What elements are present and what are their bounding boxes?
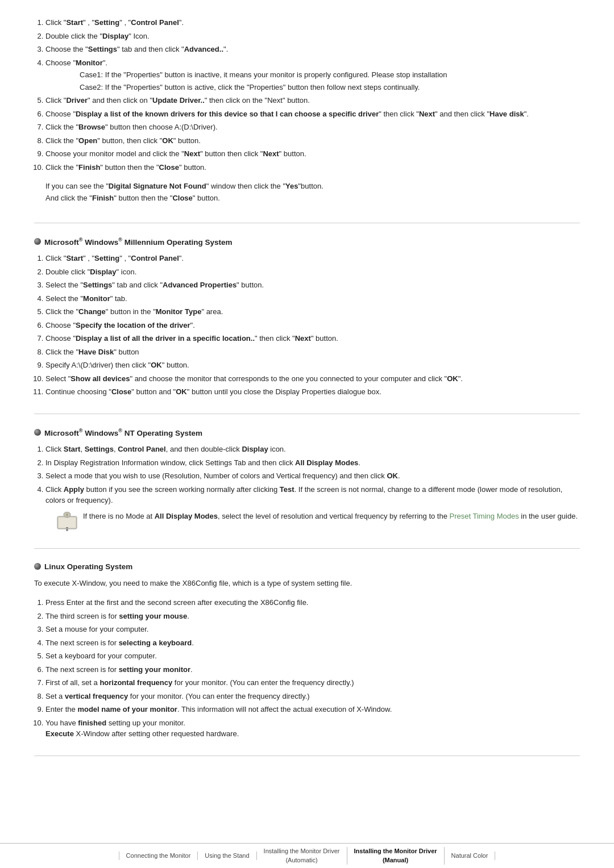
win-me-title-text: Microsoft® Windows® Millennium Operating…	[44, 237, 232, 247]
win-nt-title-text: Microsoft® Windows® NT Operating System	[44, 428, 202, 437]
bullet-icon	[34, 238, 41, 245]
footer-stand[interactable]: Using the Stand	[198, 852, 256, 860]
step-6: Choose "Display a list of the known driv…	[45, 108, 580, 120]
win-nt-section: Microsoft® Windows® NT Operating System …	[34, 428, 580, 549]
linux-step-5: Set a keyboard for your computer.	[45, 650, 580, 662]
top-steps-list: Click "Start" , "Setting" , "Control Pan…	[45, 17, 580, 173]
nt-step-3: Select a mode that you wish to use (Reso…	[45, 470, 580, 482]
step-5: Click "Driver" and then click on "Update…	[45, 95, 580, 106]
linux-step-7: First of all, set a horizontal frequency…	[45, 677, 580, 688]
step-8: Click the "Open" button, then click "OK"…	[45, 135, 580, 147]
linux-step-1: Press Enter at the first and the second …	[45, 597, 580, 608]
linux-step-2: The third screen is for setting your mou…	[45, 611, 580, 622]
linux-title-text: Linux Operating System	[44, 562, 132, 571]
footer-install-auto[interactable]: Installing the Monitor Driver(Automatic)	[257, 847, 347, 865]
me-step-1: Click "Start" , "Setting" , "Control Pan…	[45, 253, 580, 264]
me-step-11: Continue choosing "Close" button and "OK…	[45, 386, 580, 398]
main-content: Click "Start" , "Setting" , "Control Pan…	[0, 0, 614, 815]
preset-timing-link[interactable]: Preset Timing Modes	[450, 512, 519, 520]
linux-step-6: The next screen is for setting your moni…	[45, 664, 580, 675]
footer-connecting[interactable]: Connecting the Monitor	[119, 852, 198, 860]
linux-step-4: The next screen is for selecting a keybo…	[45, 637, 580, 649]
linux-intro: To execute X-Window, you need to make th…	[34, 578, 580, 590]
step-7: Click the "Browse" button then choose A:…	[45, 122, 580, 133]
linux-step-3: Set a mouse for your computer.	[45, 624, 580, 635]
step-10: Click the "Finish" button then the "Clos…	[45, 162, 580, 173]
svg-text:!: !	[67, 513, 68, 517]
win-me-title: Microsoft® Windows® Millennium Operating…	[34, 237, 580, 247]
me-step-8: Click the "Have Disk" button	[45, 347, 580, 358]
win-nt-steps-list: Click Start, Settings, Control Panel, an…	[45, 444, 580, 532]
svg-rect-3	[66, 527, 68, 528]
case1: Case1: If the "Properties" button is ina…	[80, 69, 580, 81]
nt-warning: ! If there is no Mode at All Display Mod…	[57, 511, 580, 532]
step-9: Choose your monitor model and click the …	[45, 148, 580, 160]
bullet-icon-linux	[34, 563, 41, 570]
me-step-2: Double click "Display" icon.	[45, 266, 580, 278]
me-step-10: Select "Show all devices" and choose the…	[45, 373, 580, 385]
me-step-4: Select the "Monitor" tab.	[45, 293, 580, 304]
footer-nav: Connecting the Monitor Using the Stand I…	[0, 843, 614, 868]
linux-steps-list: Press Enter at the first and the second …	[45, 597, 580, 740]
me-step-5: Click the "Change" button in the "Monito…	[45, 306, 580, 318]
nt-step-1: Click Start, Settings, Control Panel, an…	[45, 444, 580, 455]
svg-rect-1	[59, 518, 76, 528]
linux-step-8: Set a vertical frequency for your monito…	[45, 691, 580, 702]
bullet-icon-nt	[34, 429, 41, 436]
win-me-section: Microsoft® Windows® Millennium Operating…	[34, 237, 580, 414]
footer-natural-color[interactable]: Natural Color	[445, 852, 496, 860]
nt-warning-text: If there is no Mode at All Display Modes…	[83, 511, 578, 523]
me-step-9: Specify A:\(D:\driver) then click "OK" b…	[45, 360, 580, 371]
nt-step-2: In Display Registration Information wind…	[45, 457, 580, 469]
nt-step-4: Click Apply button if you see the screen…	[45, 484, 580, 532]
step-1: Click "Start" , "Setting" , "Control Pan…	[45, 17, 580, 28]
step-3: Choose the "Settings" tab and then click…	[45, 44, 580, 55]
top-section: Click "Start" , "Setting" , "Control Pan…	[34, 17, 580, 223]
footer-install-manual[interactable]: Installing the Monitor Driver(Manual)	[347, 847, 445, 865]
me-step-7: Choose "Display a list of all the driver…	[45, 333, 580, 344]
me-step-3: Select the "Settings" tab and click "Adv…	[45, 279, 580, 291]
top-note: If you can see the "Digital Signature No…	[45, 181, 580, 205]
case2: Case2: If the "Properties" button is act…	[80, 82, 580, 93]
linux-step-10: You have finished setting up your monito…	[45, 717, 580, 740]
linux-title: Linux Operating System	[34, 562, 580, 571]
me-step-6: Choose "Specify the location of the driv…	[45, 320, 580, 331]
step-2: Double click the "Display" Icon.	[45, 31, 580, 42]
linux-section: Linux Operating System To execute X-Wind…	[34, 562, 580, 756]
linux-step-9: Enter the model name of your monitor. Th…	[45, 704, 580, 715]
warning-icon: !	[57, 512, 77, 532]
win-nt-title: Microsoft® Windows® NT Operating System	[34, 428, 580, 437]
win-me-steps-list: Click "Start" , "Setting" , "Control Pan…	[45, 253, 580, 398]
svg-point-2	[66, 529, 68, 531]
step-4: Choose "Monitor". Case1: If the "Propert…	[45, 57, 580, 93]
